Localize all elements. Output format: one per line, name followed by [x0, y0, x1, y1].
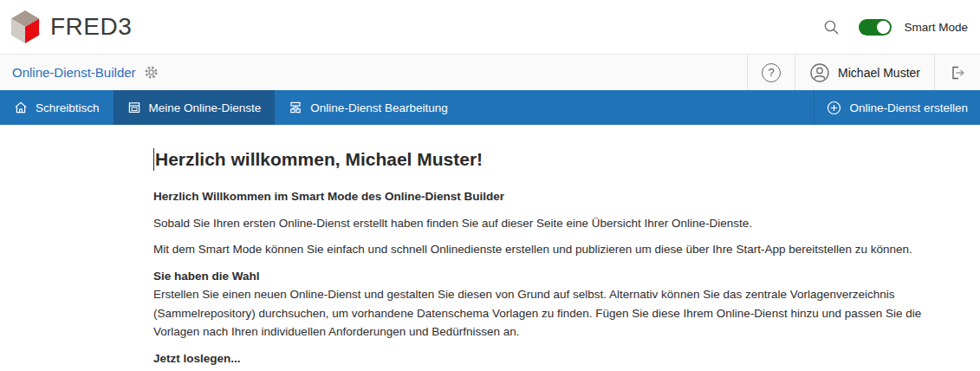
subheader-right: ? Michael Muster [747, 55, 980, 90]
main-content: Herzlich willkommen, Michael Muster! Her… [0, 125, 980, 371]
intro-subheading: Herzlich Willkommen im Smart Mode des On… [153, 187, 970, 206]
home-icon [14, 101, 28, 114]
tab-label: Online-Dienst Bearbeitung [310, 101, 447, 114]
section-choice: Sie haben die Wahl Erstellen Sie einen n… [153, 267, 970, 342]
nav-spacer [462, 90, 815, 125]
logout-button[interactable] [934, 55, 980, 90]
help-icon: ? [762, 63, 781, 82]
tab-online-dienst-bearbeitung[interactable]: Online-Dienst Bearbeitung [275, 90, 461, 125]
brand-name: FRED3 [50, 13, 132, 41]
user-icon [809, 62, 830, 83]
welcome-heading: Herzlich willkommen, Michael Muster! [153, 148, 970, 171]
subheader-left: Online-Dienst-Builder [0, 65, 159, 80]
choice-subheading: Sie haben die Wahl [153, 267, 970, 286]
smart-mode-label: Smart Mode [904, 21, 968, 34]
start-subheading: Jetzt loslegen... [153, 349, 970, 368]
paragraph-overview: Sobald Sie Ihren ersten Online-Dienst er… [153, 214, 970, 233]
tab-meine-online-dienste[interactable]: Meine Online-Dienste [114, 90, 276, 125]
start-body: Klicken Sie einfach oben rechts in der b… [153, 368, 970, 371]
toggle-knob [877, 21, 890, 34]
create-label: Online-Dienst erstellen [849, 101, 968, 114]
plus-circle-icon [827, 101, 841, 115]
table-window-icon [127, 101, 141, 114]
app-header: FRED3 Smart Mode [0, 0, 980, 54]
welcome-text-area: Herzlich willkommen, Michael Muster! Her… [153, 148, 970, 371]
fred3-cube-icon [9, 9, 42, 45]
section-start: Jetzt loslegen... Klicken Sie einfach ob… [153, 349, 970, 371]
smart-mode-toggle[interactable] [859, 19, 892, 36]
tab-label: Schreibtisch [36, 101, 100, 114]
search-icon[interactable] [823, 19, 840, 36]
header-actions: Smart Mode [823, 19, 968, 36]
subheader: Online-Dienst-Builder ? Michael Muster [0, 54, 980, 90]
settings-gear-icon[interactable] [144, 65, 159, 80]
welcome-title: Herzlich willkommen, Michael Muster! [155, 149, 483, 170]
help-button[interactable]: ? [747, 55, 795, 90]
app-title[interactable]: Online-Dienst-Builder [12, 65, 136, 80]
choice-body: Erstellen Sie einen neuen Online-Dienst … [153, 285, 970, 342]
paragraph-smart-mode: Mit dem Smart Mode können Sie einfach un… [153, 240, 970, 259]
sitemap-icon [289, 101, 302, 114]
tab-schreibtisch[interactable]: Schreibtisch [0, 90, 114, 125]
create-online-dienst-button[interactable]: Online-Dienst erstellen [814, 90, 980, 125]
text-caret [153, 148, 154, 171]
user-menu[interactable]: Michael Muster [795, 55, 934, 90]
user-name: Michael Muster [838, 66, 920, 80]
tab-label: Meine Online-Dienste [149, 101, 262, 114]
logout-icon [949, 64, 966, 81]
brand-logo: FRED3 [9, 9, 132, 45]
main-nav: Schreibtisch Meine Online-Dienste Online… [0, 90, 980, 125]
